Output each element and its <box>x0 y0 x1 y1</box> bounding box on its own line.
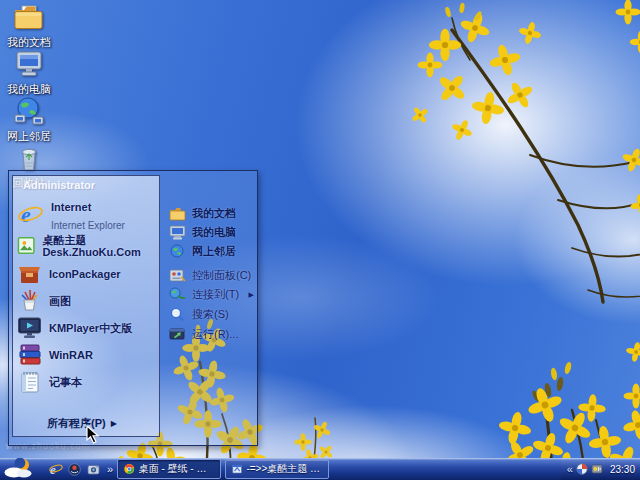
desktop-icon-my-documents[interactable]: 我的文档 <box>0 2 58 50</box>
item-subtitle: Internet Explorer <box>51 220 125 231</box>
kmplayer-icon <box>17 315 42 340</box>
item-label: 网上邻居 <box>192 245 236 258</box>
paint-icon <box>17 288 42 313</box>
start-menu-item-search[interactable]: 搜索(S) <box>169 307 262 322</box>
task-button-desktop-wallpaper[interactable]: 桌面 - 壁纸 - 桌酷... <box>117 459 221 479</box>
quick-launch-internet-explorer[interactable]: e <box>48 462 63 477</box>
start-menu-item-zhuoku-theme[interactable]: 桌酷主题Desk.ZhuoKu.Com <box>17 233 147 258</box>
notepad-icon <box>17 369 42 394</box>
start-menu-item-paint[interactable]: 画图 <box>17 288 147 313</box>
start-button-icon <box>0 458 40 480</box>
item-label: 我的电脑 <box>192 226 236 239</box>
item-title: Internet <box>51 201 91 213</box>
taskbar: e » <box>0 458 640 480</box>
start-menu-all-programs[interactable]: 所有程序(P) ▶ <box>47 416 117 431</box>
system-tray: « 23:30 <box>561 458 640 480</box>
winrar-icon <box>17 342 42 367</box>
item-title: 画图 <box>49 295 71 307</box>
quick-launch-icon-2[interactable] <box>67 462 82 477</box>
desktop-icon-label: 我的文档 <box>7 36 51 48</box>
browser-window-icon <box>232 463 242 475</box>
internet-explorer-icon: e <box>49 462 63 476</box>
start-menu-item-kmplayer[interactable]: KMPlayer中文版 <box>17 315 147 340</box>
task-button-zhuoku-browser[interactable]: -=>>桌酷主题 - Mi... <box>225 459 329 479</box>
tray-icon-2[interactable] <box>591 463 603 475</box>
media-app-icon <box>87 463 100 476</box>
control-panel-icon <box>169 268 186 283</box>
my-computer-icon <box>169 225 186 240</box>
desktop-icon-label: 我的电脑 <box>7 83 51 95</box>
start-menu-item-my-documents[interactable]: 我的文档 <box>169 206 262 221</box>
run-icon <box>169 327 186 342</box>
desktop-icon-label: 网上邻居 <box>7 130 51 142</box>
item-title: KMPlayer中文版 <box>49 322 132 334</box>
item-label: 控制面板(C) <box>192 269 251 282</box>
quick-launch-icon-3[interactable] <box>86 462 101 477</box>
start-menu-item-network-places[interactable]: 网上邻居 <box>169 244 262 259</box>
item-title: WinRAR <box>49 349 93 361</box>
item-label: 搜索(S) <box>192 308 229 321</box>
item-title: 记事本 <box>49 376 82 388</box>
task-button-title: 桌面 - 壁纸 - 桌酷... <box>139 462 214 476</box>
recycle-bin-icon <box>13 143 45 173</box>
internet-explorer-icon: e <box>17 202 44 229</box>
taskbar-clock: 23:30 <box>610 464 635 475</box>
chrome-icon <box>124 463 135 475</box>
submenu-arrow-icon: ▶ <box>249 291 254 299</box>
item-label: 运行(R)... <box>192 328 238 341</box>
desktop-icon-my-computer[interactable]: 我的电脑 <box>0 49 58 97</box>
start-menu-item-winrar[interactable]: WinRAR <box>17 342 147 367</box>
start-menu-item-iconpackager[interactable]: IconPackager <box>17 261 147 286</box>
all-programs-arrow-icon: ▶ <box>111 419 117 428</box>
item-title: IconPackager <box>49 268 121 280</box>
item-label: 我的文档 <box>192 207 236 220</box>
svg-text:e: e <box>50 462 56 476</box>
tray-icon-1[interactable] <box>576 463 588 475</box>
item-label: 连接到(T) <box>192 288 239 301</box>
search-icon <box>169 307 186 322</box>
desktop: www.zhuoku.com 我的文档 我的电脑 <box>0 0 640 480</box>
item-title: 桌酷主题Desk.ZhuoKu.Com <box>42 234 147 258</box>
start-menu-item-connect-to[interactable]: 连接到(T) ▶ <box>169 287 262 302</box>
connect-to-icon <box>169 287 186 302</box>
network-places-icon <box>169 244 186 259</box>
my-documents-icon <box>169 206 186 221</box>
start-menu: Administrator e Internet Internet Explor… <box>8 170 258 446</box>
network-places-icon <box>13 96 45 126</box>
all-programs-label: 所有程序(P) <box>47 416 106 431</box>
tray-hidden-icons-chevron[interactable]: « <box>567 463 573 475</box>
start-menu-item-notepad[interactable]: 记事本 <box>17 369 147 394</box>
round-app-icon <box>68 463 81 476</box>
quick-launch-overflow-chevron[interactable]: » <box>107 463 113 475</box>
iconpackager-icon <box>17 261 42 286</box>
start-menu-item-run[interactable]: 运行(R)... <box>169 327 262 342</box>
start-menu-item-my-computer[interactable]: 我的电脑 <box>169 225 262 240</box>
quick-launch: e » <box>48 462 113 477</box>
start-menu-item-internet[interactable]: e Internet Internet Explorer <box>17 197 147 233</box>
my-documents-icon <box>13 2 45 32</box>
my-computer-icon <box>13 49 45 79</box>
svg-text:e: e <box>21 202 31 227</box>
start-button[interactable] <box>0 458 40 480</box>
zhuoku-theme-icon <box>17 233 35 258</box>
start-menu-item-control-panel[interactable]: 控制面板(C) <box>169 268 262 283</box>
task-button-title: -=>>桌酷主题 - Mi... <box>246 462 322 476</box>
desktop-icon-network-places[interactable]: 网上邻居 <box>0 96 58 144</box>
